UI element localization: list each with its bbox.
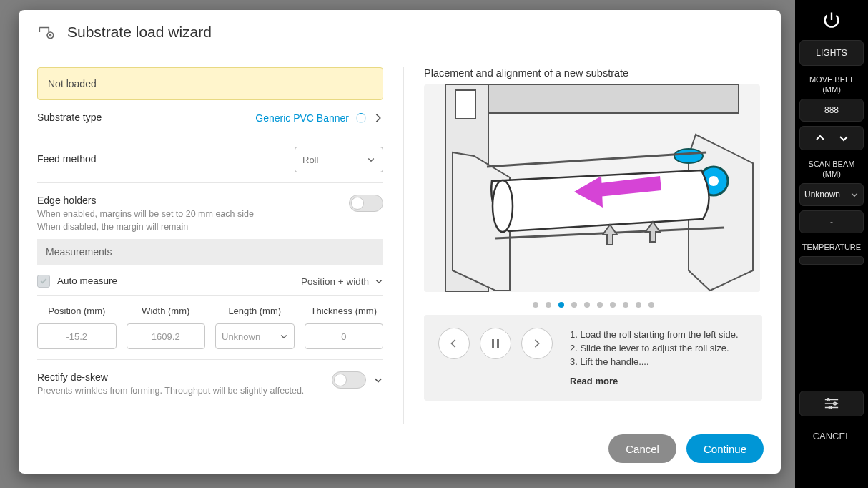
measurements-grid: Position (mm) -15.2 Width (mm) 1609.2 Le… <box>37 296 383 360</box>
status-banner: Not loaded <box>37 67 383 100</box>
read-more-link[interactable]: Read more <box>570 374 739 388</box>
svg-rect-19 <box>497 339 499 348</box>
carousel-dot[interactable] <box>636 302 641 308</box>
width-input[interactable]: 1609.2 <box>127 323 206 349</box>
carousel-dot[interactable] <box>533 302 538 308</box>
chevron-up-icon[interactable] <box>814 132 826 144</box>
side-control-panel: LIGHTS MOVE BELT (MM) 888 SCAN BEAM (MM)… <box>795 0 868 488</box>
lights-button[interactable]: LIGHTS <box>799 40 864 66</box>
carousel-dot[interactable] <box>571 302 577 308</box>
move-belt-arrows[interactable] <box>799 126 864 150</box>
edge-holders-row: Edge holders When enabled, margins will … <box>37 183 383 239</box>
modal-title: Substrate load wizard <box>67 24 212 41</box>
substrate-type-label: Substrate type <box>37 112 102 123</box>
move-belt-value[interactable]: 888 <box>799 99 864 122</box>
guide-panel: 1. Load the roll starting from the left … <box>424 315 762 401</box>
wizard-left-column: Not loaded Substrate type Generic PVC Ba… <box>37 67 383 424</box>
edge-holders-label: Edge holders <box>37 195 349 206</box>
width-label: Width (mm) <box>142 306 189 316</box>
carousel-dot[interactable] <box>558 302 564 308</box>
scan-beam-value2: - <box>799 210 864 233</box>
substrate-illustration <box>424 84 760 292</box>
chevron-left-icon <box>449 338 459 348</box>
substrate-icon <box>37 23 56 42</box>
svg-point-12 <box>674 149 703 163</box>
substrate-type-value: Generic PVC Banner <box>255 112 349 124</box>
edge-holders-desc1: When enabled, margins will be set to 20 … <box>37 208 349 220</box>
carousel-dot[interactable] <box>597 302 603 308</box>
chevron-down-icon[interactable] <box>838 132 849 144</box>
scan-beam-label: SCAN BEAM (MM) <box>799 159 864 179</box>
carousel-pause-button[interactable] <box>480 328 511 359</box>
chevron-down-icon <box>850 190 859 199</box>
svg-line-13 <box>487 152 706 167</box>
wizard-right-column: Placement and alignment of a new substra… <box>403 67 762 424</box>
substrate-load-wizard-modal: Substrate load wizard Not loaded Substra… <box>19 10 781 474</box>
pause-icon <box>491 338 500 348</box>
continue-button[interactable]: Continue <box>686 434 764 463</box>
carousel-dot[interactable] <box>546 302 551 308</box>
measurements-header: Measurements <box>37 239 383 265</box>
chevron-right-icon <box>373 113 383 123</box>
cancel-button[interactable]: Cancel <box>608 434 676 463</box>
carousel-dot[interactable] <box>610 302 616 308</box>
svg-rect-18 <box>492 339 494 348</box>
chevron-down-icon <box>375 277 383 286</box>
chevron-right-icon <box>532 338 542 348</box>
position-label: Position (mm) <box>48 306 105 316</box>
step-2: 2. Slide the lever to adjust the roll si… <box>570 341 739 355</box>
svg-point-7 <box>49 34 51 36</box>
edge-holders-toggle[interactable] <box>349 195 383 212</box>
step-1: 1. Load the roll starting from the left … <box>570 328 739 341</box>
carousel-next-button[interactable] <box>521 328 553 359</box>
svg-point-11 <box>709 176 719 186</box>
length-label: Length (mm) <box>228 306 281 316</box>
carousel-prev-button[interactable] <box>438 328 470 359</box>
chevron-down-icon <box>280 332 288 341</box>
substrate-type-row[interactable]: Substrate type Generic PVC Banner <box>37 100 383 135</box>
thickness-label: Thickness (mm) <box>311 306 377 316</box>
deskew-label: Rectify de-skew <box>37 371 325 383</box>
carousel-dot[interactable] <box>648 302 654 308</box>
auto-measure-label: Auto measure <box>57 275 117 286</box>
svg-rect-9 <box>455 90 475 119</box>
feed-method-row: Feed method Roll <box>37 135 383 183</box>
auto-measure-checkbox[interactable] <box>37 275 50 288</box>
modal-footer: Cancel Continue <box>19 424 781 474</box>
move-belt-label: MOVE BELT (MM) <box>799 74 864 94</box>
auto-measure-row: Auto measure Position + width <box>37 265 383 296</box>
svg-point-6 <box>47 32 54 39</box>
deskew-toggle[interactable] <box>332 371 366 389</box>
deskew-row: Rectify de-skew Prevents wrinkles from f… <box>37 360 383 397</box>
settings-sliders-button[interactable] <box>799 391 864 416</box>
modal-header: Substrate load wizard <box>19 10 781 54</box>
power-icon[interactable] <box>822 10 842 30</box>
svg-point-15 <box>493 180 513 232</box>
carousel-dot[interactable] <box>584 302 590 308</box>
feed-method-label: Feed method <box>37 153 97 165</box>
chevron-down-icon[interactable] <box>373 375 383 385</box>
edge-holders-desc2: When disabled, the margin will remain <box>37 220 349 233</box>
placement-title: Placement and alignment of a new substra… <box>424 67 762 79</box>
side-cancel-button[interactable]: CANCEL <box>799 421 864 452</box>
chevron-down-icon <box>367 155 375 164</box>
temperature-indicator <box>799 256 864 265</box>
loading-spinner-icon <box>356 113 366 123</box>
carousel-dots <box>424 302 762 308</box>
feed-method-select[interactable]: Roll <box>295 147 383 172</box>
measure-mode-select[interactable]: Position + width <box>301 276 383 287</box>
step-3: 3. Lift the handle.... <box>570 355 739 369</box>
temperature-label: TEMPERATURE <box>802 242 861 252</box>
thickness-input[interactable]: 0 <box>305 323 384 349</box>
scan-beam-select[interactable]: Unknown <box>799 183 864 206</box>
position-input[interactable]: -15.2 <box>37 323 117 349</box>
length-select[interactable]: Unknown <box>215 323 295 349</box>
carousel-dot[interactable] <box>623 302 628 308</box>
deskew-desc: Prevents wrinkles from forming. Throughp… <box>37 384 325 397</box>
